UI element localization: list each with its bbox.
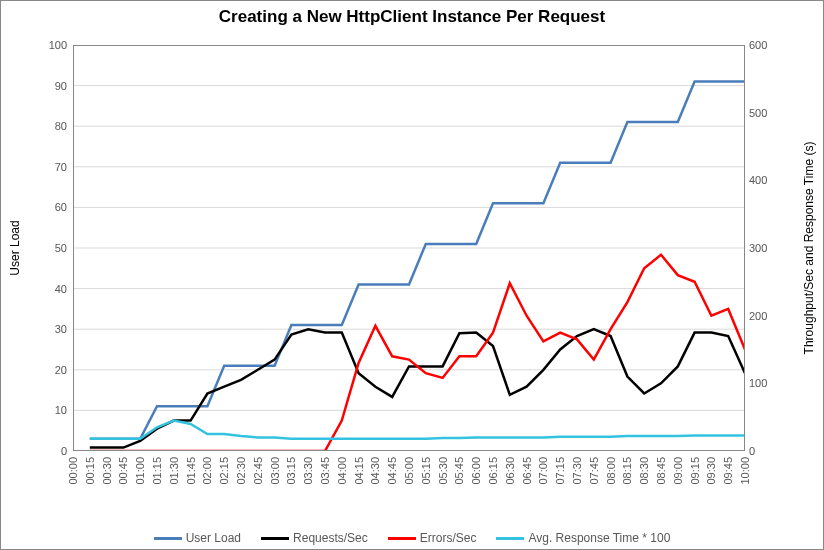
y1-tick-label: 0: [61, 445, 67, 457]
x-ticks: 00:0000:1500:3000:4501:0001:1501:3001:45…: [73, 451, 745, 517]
x-tick-label: 03:00: [269, 457, 281, 485]
legend-label: User Load: [186, 531, 241, 545]
x-tick-label: 02:00: [201, 457, 213, 485]
x-tick-label: 03:45: [319, 457, 331, 485]
x-tick-label: 04:15: [353, 457, 365, 485]
y1-tick-label: 10: [55, 404, 67, 416]
x-tick-label: 08:45: [655, 457, 667, 485]
legend-label: Requests/Sec: [293, 531, 368, 545]
y2-tick-label: 400: [749, 174, 767, 186]
plot-area: [73, 45, 745, 451]
x-tick-label: 00:00: [67, 457, 79, 485]
y1-axis-label: User Load: [8, 220, 22, 275]
y1-tick-label: 90: [55, 80, 67, 92]
x-tick-label: 01:45: [185, 457, 197, 485]
y2-tick-label: 300: [749, 242, 767, 254]
x-tick-label: 05:45: [453, 457, 465, 485]
x-tick-label: 09:45: [722, 457, 734, 485]
x-tick-label: 00:30: [101, 457, 113, 485]
x-tick-label: 09:30: [705, 457, 717, 485]
x-tick-label: 02:30: [235, 457, 247, 485]
x-tick-label: 04:45: [386, 457, 398, 485]
legend-swatch: [388, 537, 416, 540]
y2-tick-label: 600: [749, 39, 767, 51]
x-tick-label: 01:15: [151, 457, 163, 485]
legend-item: Avg. Response Time * 100: [496, 531, 670, 545]
x-tick-label: 06:00: [470, 457, 482, 485]
x-tick-label: 10:00: [739, 457, 751, 485]
chart-title: Creating a New HttpClient Instance Per R…: [1, 1, 823, 37]
x-tick-label: 07:15: [554, 457, 566, 485]
y2-tick-label: 0: [749, 445, 755, 457]
y1-tick-label: 80: [55, 120, 67, 132]
x-tick-label: 04:00: [336, 457, 348, 485]
y1-tick-label: 70: [55, 161, 67, 173]
y2-tick-label: 100: [749, 377, 767, 389]
legend-swatch: [496, 537, 524, 540]
legend-swatch: [154, 537, 182, 540]
y1-tick-label: 60: [55, 201, 67, 213]
legend-item: User Load: [154, 531, 241, 545]
x-tick-label: 02:45: [252, 457, 264, 485]
y1-tick-label: 40: [55, 283, 67, 295]
x-tick-label: 03:30: [302, 457, 314, 485]
x-tick-label: 05:15: [420, 457, 432, 485]
x-tick-label: 01:00: [134, 457, 146, 485]
x-tick-label: 03:15: [285, 457, 297, 485]
y2-tick-label: 200: [749, 310, 767, 322]
x-tick-label: 06:15: [487, 457, 499, 485]
x-tick-label: 04:30: [369, 457, 381, 485]
x-tick-label: 02:15: [218, 457, 230, 485]
x-tick-label: 06:30: [504, 457, 516, 485]
y1-tick-label: 100: [49, 39, 67, 51]
x-tick-label: 01:30: [168, 457, 180, 485]
legend: User LoadRequests/SecErrors/SecAvg. Resp…: [1, 531, 823, 545]
x-tick-label: 07:30: [571, 457, 583, 485]
x-tick-label: 06:45: [521, 457, 533, 485]
legend-label: Avg. Response Time * 100: [528, 531, 670, 545]
y1-tick-label: 30: [55, 323, 67, 335]
x-tick-label: 05:00: [403, 457, 415, 485]
legend-item: Errors/Sec: [388, 531, 477, 545]
x-tick-label: 07:00: [537, 457, 549, 485]
y2-tick-label: 500: [749, 107, 767, 119]
plot-border: [73, 45, 745, 451]
x-tick-label: 08:30: [638, 457, 650, 485]
chart-container: Creating a New HttpClient Instance Per R…: [0, 0, 824, 550]
legend-item: Requests/Sec: [261, 531, 368, 545]
y1-tick-label: 20: [55, 364, 67, 376]
x-tick-label: 00:15: [84, 457, 96, 485]
x-tick-label: 09:00: [672, 457, 684, 485]
legend-label: Errors/Sec: [420, 531, 477, 545]
x-tick-label: 07:45: [588, 457, 600, 485]
y2-axis-label: Throughput/Sec and Response Time (s): [802, 142, 816, 355]
x-tick-label: 00:45: [117, 457, 129, 485]
x-tick-label: 09:15: [689, 457, 701, 485]
x-tick-label: 08:00: [605, 457, 617, 485]
legend-swatch: [261, 537, 289, 540]
y1-tick-label: 50: [55, 242, 67, 254]
x-tick-label: 05:30: [437, 457, 449, 485]
x-tick-label: 08:15: [621, 457, 633, 485]
